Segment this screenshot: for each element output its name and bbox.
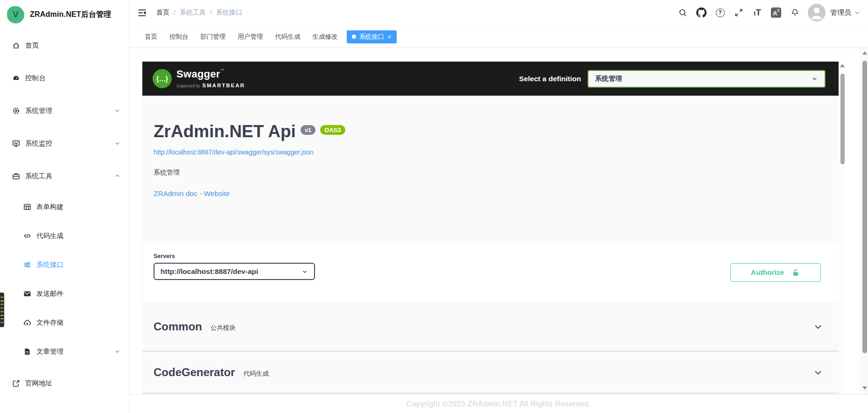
chevron-down-icon [301, 268, 308, 275]
servers-label: Servers [154, 253, 315, 259]
servers-select-value: http://localhost:8887/dev-api [161, 267, 258, 276]
chevron-down-icon [812, 367, 824, 378]
sidebar-item-code-generator[interactable]: 代码生成 [0, 221, 129, 250]
sidebar-item-official-site[interactable]: 官网地址 [0, 366, 129, 400]
sliders-icon [23, 261, 31, 269]
api-description: 系统管理 [154, 168, 827, 177]
cloud-upload-icon [23, 319, 31, 327]
sidebar-item-send-mail[interactable]: 发送邮件 [0, 279, 129, 308]
sidebar-item-system-monitor[interactable]: 系统监控 [0, 127, 129, 160]
sidebar-item-form-builder[interactable]: 表单构建 [0, 192, 129, 221]
tab-system-api-active[interactable]: 系统接口 × [347, 30, 397, 43]
sidebar-item-system-api[interactable]: 系统接口 [0, 250, 129, 279]
fullscreen-icon[interactable] [729, 0, 748, 26]
tab-code-gen[interactable]: 代码生成 [269, 30, 307, 44]
section-common[interactable]: Common 公共模块 [142, 302, 839, 351]
select-definition-label: Select a definition [519, 75, 581, 83]
servers-select[interactable]: http://localhost:8887/dev-api [154, 263, 315, 280]
section-description: 公共模块 [210, 324, 236, 332]
user-name[interactable]: 管理员 [830, 8, 851, 17]
spec-url-link[interactable]: http://localhost:8887/dev-api/swagger/sy… [154, 148, 313, 156]
sidebar-item-label: 表单构建 [36, 203, 63, 211]
sidebar-item-system-tools[interactable]: 系统工具 [0, 160, 129, 192]
tab-user-manage[interactable]: 用户管理 [232, 30, 269, 44]
supported-by-label: Supported by [176, 84, 200, 88]
active-tab-label: 系统接口 [359, 33, 385, 41]
mail-icon [23, 290, 31, 298]
trademark: ™ [220, 68, 224, 72]
font-size-icon[interactable]: tT [748, 0, 767, 26]
sidebar-collapse-icon[interactable] [129, 8, 154, 18]
breadcrumb-separator: / [210, 9, 212, 16]
chevron-down-icon [114, 140, 120, 147]
breadcrumb-system-tools[interactable]: 系统工具 [180, 8, 206, 17]
help-icon[interactable]: ? [711, 0, 729, 26]
monitor-icon [12, 140, 20, 147]
sidebar-item-file-storage[interactable]: 文件存储 [0, 308, 129, 337]
sidebar-item-dashboard[interactable]: 控制台 [0, 62, 129, 94]
scroll-up-arrow[interactable] [840, 64, 845, 67]
sidebar-item-label: 系统接口 [36, 260, 63, 269]
section-name: CodeGenerator [154, 366, 235, 379]
sidebar-menu: 首页 控制台 系统管理 系统监控 [0, 29, 129, 400]
swagger-logo-text: Swagger [176, 68, 220, 80]
tab-bar: 首页 控制台 部门管理 用户管理 代码生成 生成修改 系统接口 × [129, 26, 868, 48]
article-icon [23, 348, 31, 356]
home-icon [12, 42, 20, 49]
navbar-actions: ? tT A文 管理员 [673, 0, 868, 26]
scroll-up-arrow[interactable] [862, 51, 867, 55]
copyright-text: Copyright ©2023 ZRAdmin.NET All Rights R… [406, 400, 591, 408]
tab-dashboard[interactable]: 控制台 [163, 30, 195, 44]
breadcrumb-system-api: 系统接口 [216, 8, 242, 17]
breadcrumb-home[interactable]: 首页 [156, 8, 169, 17]
translate-icon[interactable]: A文 [767, 0, 785, 26]
authorize-label: Authorize [751, 268, 784, 277]
sidebar-item-label: 控制台 [25, 74, 46, 83]
tab-home[interactable]: 首页 [139, 30, 163, 44]
main-area: 首页 / 系统工具 / 系统接口 ? tT A文 [129, 0, 868, 413]
swagger-info: ZrAdmin.NET Api v1 OAS3 http://localhost… [142, 96, 839, 243]
tab-gen-modify[interactable]: 生成修改 [307, 30, 344, 44]
api-title: ZrAdmin.NET Api [154, 122, 296, 141]
sidebar-item-system-manage[interactable]: 系统管理 [0, 94, 129, 127]
section-name: Common [154, 320, 202, 333]
bell-icon[interactable] [785, 0, 804, 26]
user-menu-chevron-icon[interactable] [854, 9, 863, 16]
perf-monitor-widget[interactable] [0, 293, 4, 327]
sidebar-item-label: 系统管理 [25, 106, 52, 115]
chevron-down-icon [812, 321, 824, 332]
scheme-container: Servers http://localhost:8887/dev-api Au… [142, 243, 839, 302]
sidebar-item-article-manage[interactable]: 文章管理 [0, 337, 129, 366]
sidebar-item-label: 文件存储 [36, 318, 63, 327]
definition-select[interactable]: 系统管理 [588, 70, 826, 88]
content-scrollbar [839, 62, 846, 394]
app-logo[interactable]: V ZRAdmin.NET后台管理 [0, 0, 129, 29]
authorize-button[interactable]: Authorize [730, 263, 821, 282]
user-avatar[interactable] [808, 4, 826, 21]
chevron-down-icon [811, 75, 818, 82]
close-icon[interactable]: × [388, 34, 392, 40]
tab-dept-manage[interactable]: 部门管理 [195, 30, 232, 44]
section-codegenerator[interactable]: CodeGenerator 代码生成 [142, 351, 839, 393]
unlock-icon [791, 268, 800, 277]
chevron-down-icon [114, 108, 120, 114]
sidebar-item-label: 代码生成 [36, 231, 63, 240]
search-icon[interactable] [673, 0, 692, 26]
doc-website-link[interactable]: ZRAdmin doc - Website [154, 189, 230, 198]
top-navbar: 首页 / 系统工具 / 系统接口 ? tT A文 [129, 0, 868, 26]
definition-select-value: 系统管理 [595, 74, 622, 83]
form-table-icon [23, 203, 31, 211]
breadcrumb-separator: / [174, 9, 175, 16]
app-title: ZRAdmin.NET后台管理 [30, 10, 112, 20]
github-icon[interactable] [692, 0, 711, 26]
sidebar-item-label: 官网地址 [25, 379, 52, 388]
sidebar-item-home[interactable]: 首页 [0, 29, 129, 62]
dashboard-icon [12, 74, 20, 82]
scrollbar-thumb[interactable] [862, 61, 867, 353]
sidebar-item-label: 系统监控 [25, 139, 52, 148]
swagger-logo-icon: {…} [153, 69, 172, 88]
scroll-down-arrow[interactable] [862, 386, 867, 390]
scrollbar-thumb[interactable] [840, 74, 845, 164]
toolbox-icon [12, 172, 20, 180]
version-badge: v1 [301, 125, 315, 135]
